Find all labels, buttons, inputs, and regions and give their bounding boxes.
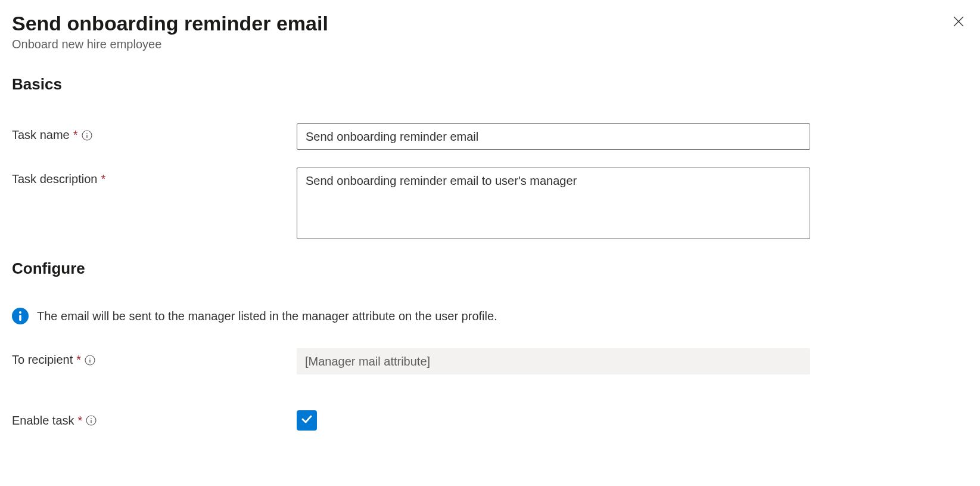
svg-point-6: [19, 311, 21, 314]
enable-task-label-wrapper: Enable task *: [12, 414, 297, 428]
basics-heading: Basics: [12, 75, 968, 94]
task-name-row: Task name *: [12, 123, 968, 150]
svg-rect-7: [19, 315, 21, 321]
to-recipient-input: [297, 348, 810, 374]
task-description-label: Task description: [12, 172, 97, 186]
close-icon: [951, 14, 966, 30]
configure-section: Configure The email will be sent to the …: [12, 259, 968, 431]
header-text-block: Send onboarding reminder email Onboard n…: [12, 12, 949, 51]
svg-point-9: [89, 357, 91, 358]
info-icon[interactable]: [85, 355, 95, 366]
configure-heading: Configure: [12, 259, 968, 278]
task-name-label-wrapper: Task name *: [12, 123, 297, 142]
task-description-label-wrapper: Task description *: [12, 168, 297, 186]
task-description-input[interactable]: [297, 168, 810, 239]
panel-header: Send onboarding reminder email Onboard n…: [12, 12, 968, 51]
svg-point-12: [91, 418, 92, 419]
svg-point-3: [86, 132, 88, 134]
to-recipient-control: [297, 348, 810, 374]
task-description-row: Task description *: [12, 168, 968, 242]
task-name-control: [297, 123, 810, 150]
info-filled-icon: [12, 308, 29, 324]
info-icon[interactable]: [86, 415, 97, 426]
info-message-text: The email will be sent to the manager li…: [37, 309, 497, 323]
enable-task-row: Enable task *: [12, 410, 968, 431]
page-subtitle: Onboard new hire employee: [12, 38, 949, 51]
to-recipient-label-wrapper: To recipient *: [12, 348, 297, 367]
required-indicator: *: [101, 172, 105, 186]
task-description-control: [297, 168, 810, 242]
to-recipient-row: To recipient *: [12, 348, 968, 374]
info-message: The email will be sent to the manager li…: [12, 308, 968, 324]
enable-task-checkbox[interactable]: [297, 410, 317, 431]
task-name-input[interactable]: [297, 123, 810, 150]
close-button[interactable]: [949, 12, 968, 33]
task-name-label: Task name: [12, 128, 70, 142]
to-recipient-label: To recipient: [12, 353, 73, 367]
checkmark-icon: [300, 413, 313, 428]
info-icon[interactable]: [82, 130, 92, 141]
required-indicator: *: [78, 414, 83, 428]
required-indicator: *: [73, 128, 78, 142]
enable-task-label: Enable task: [12, 414, 74, 428]
required-indicator: *: [76, 353, 81, 367]
enable-task-control: [297, 410, 317, 431]
page-title: Send onboarding reminder email: [12, 12, 949, 35]
